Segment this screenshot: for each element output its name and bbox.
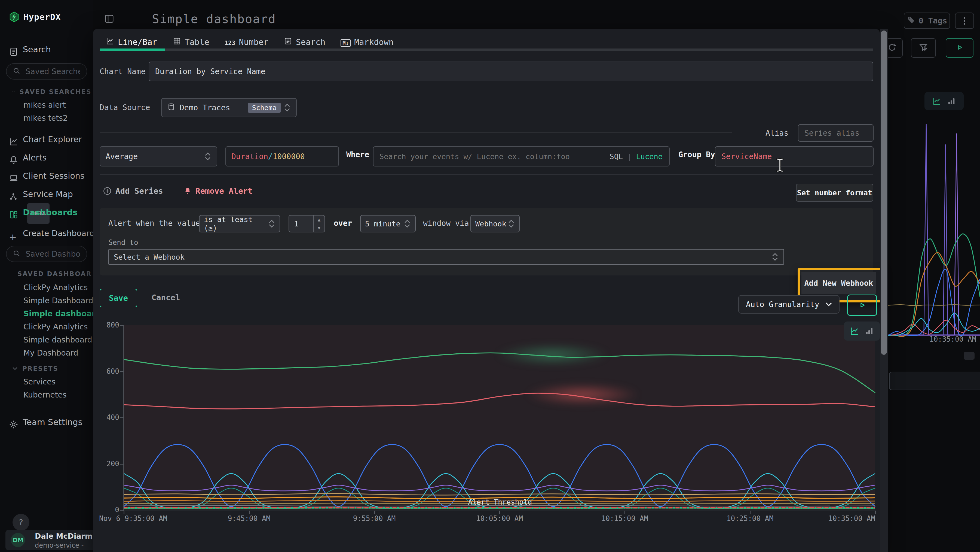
- saved-dashboard-my-dashboard[interactable]: My Dashboard: [24, 346, 101, 360]
- saved-dashboard-simple-dashboard[interactable]: Simple dashboard: [24, 307, 101, 321]
- alias-input[interactable]: [798, 124, 873, 142]
- where-label: Where: [346, 150, 369, 159]
- active-tab-underline: [100, 48, 165, 51]
- chevron-down-icon: [13, 367, 18, 370]
- alert-window-select[interactable]: 5 minute: [360, 215, 416, 232]
- y-tick-mark: [120, 510, 124, 511]
- sidebar-item-service-map[interactable]: Service MapBETA: [0, 185, 93, 203]
- run-query-button-background[interactable]: [946, 38, 974, 58]
- number-token: 1000000: [273, 152, 305, 161]
- x-tick-label: 9:55:00 AM: [353, 514, 396, 523]
- play-icon: [955, 43, 964, 53]
- saved-dashboards-input[interactable]: [25, 249, 81, 259]
- tab-table[interactable]: Table: [173, 37, 209, 48]
- saved-dashboard-simple-dashboard[interactable]: Simple dashboard: [24, 333, 101, 346]
- x-tick-label: 9:45:00 AM: [228, 514, 270, 523]
- sidebar-item-label: Service Map: [23, 189, 73, 199]
- sidebar-nav: Chart ExplorerAlertsClient SessionsServi…: [0, 130, 93, 222]
- refresh-icon: [888, 43, 897, 53]
- sidebar: HyperDX Search SAVED SEARCHES mikes aler…: [0, 0, 93, 552]
- saved-searches-header[interactable]: SAVED SEARCHES: [13, 88, 91, 95]
- chart-name-input[interactable]: [149, 62, 873, 81]
- magnifier-icon: [13, 249, 21, 258]
- aggregation-select[interactable]: Average: [100, 146, 217, 166]
- data-source-select[interactable]: Demo Traces Schema: [161, 98, 297, 117]
- tab-line-bar[interactable]: Line/Bar: [106, 37, 158, 48]
- presets-header[interactable]: PRESETS: [13, 365, 91, 372]
- alert-channel-select[interactable]: Webhook: [470, 215, 520, 232]
- alert-value-input[interactable]: ▲▼: [288, 215, 325, 232]
- help-button[interactable]: ?: [13, 514, 29, 531]
- saved-searches-input[interactable]: [25, 67, 81, 76]
- bar-chart-icon: [864, 326, 874, 336]
- tags-button[interactable]: 0 Tags: [904, 13, 950, 29]
- saved-searches-list: mikes alertmikes tets2: [24, 99, 68, 125]
- tab-markdown[interactable]: M↓Markdown: [340, 37, 393, 47]
- language-toggle[interactable]: SQL | Lucene: [609, 147, 663, 166]
- data-source-value: Demo Traces: [180, 103, 230, 112]
- sql-option[interactable]: SQL: [609, 152, 623, 161]
- filter-icon: [918, 43, 928, 53]
- remove-alert-button[interactable]: Remove Alert: [183, 187, 253, 196]
- filter-edit-button[interactable]: [911, 38, 936, 58]
- series-purple-spike-b: [888, 145, 980, 335]
- modal-scrollbar-thumb[interactable]: [881, 30, 887, 355]
- tab-number[interactable]: 123Number: [224, 37, 269, 47]
- more-options-button[interactable]: ⋮: [955, 13, 974, 29]
- group-by-input[interactable]: [715, 146, 873, 166]
- kebab-icon: ⋮: [960, 16, 969, 26]
- chart-type-toggle[interactable]: [844, 322, 880, 341]
- where-input[interactable]: [374, 147, 598, 166]
- webhook-select[interactable]: Select a Webhook: [108, 249, 784, 265]
- number-spinner[interactable]: ▲▼: [313, 215, 325, 232]
- tag-icon: [907, 16, 915, 26]
- cancel-button[interactable]: Cancel: [148, 289, 183, 306]
- brand[interactable]: HyperDX: [9, 11, 61, 22]
- saved-dashboard-clickpy-analytics[interactable]: ClickPy Analytics: [24, 281, 101, 294]
- tab-label: Number: [239, 37, 269, 47]
- sidebar-item-dashboards[interactable]: Dashboards: [0, 203, 93, 222]
- updown-chevron-icon: [204, 151, 211, 162]
- line-chart-icon: [850, 326, 860, 336]
- saved-dashboard-simple-dashboard[interactable]: Simple Dashboard: [24, 294, 101, 307]
- sidebar-item-chart-explorer[interactable]: Chart Explorer: [0, 130, 93, 148]
- updown-chevron-icon: [284, 102, 291, 113]
- set-number-format-button[interactable]: Set number format: [796, 183, 873, 202]
- sidebar-item-client-sessions[interactable]: Client Sessions: [0, 167, 93, 185]
- field-expression-input[interactable]: Duration/1000000: [225, 146, 339, 166]
- tab-search[interactable]: Search: [284, 37, 325, 48]
- preset-services[interactable]: Services: [24, 375, 67, 389]
- background-search-box[interactable]: [889, 372, 980, 390]
- search-icon: [284, 37, 293, 48]
- collapse-sidebar-icon[interactable]: [104, 14, 115, 24]
- saved-dashboards-header[interactable]: SAVED DASHBOARDS: [13, 270, 91, 278]
- granularity-select[interactable]: Auto Granularity: [738, 295, 840, 314]
- text-cursor: [775, 158, 784, 173]
- where-search-input[interactable]: SQL | Lucene: [373, 146, 670, 166]
- brand-name: HyperDX: [24, 12, 61, 22]
- background-chart-type-toggle[interactable]: [924, 92, 964, 110]
- run-chart-button[interactable]: [847, 295, 877, 316]
- bell-icon: [9, 153, 19, 163]
- play-icon: [858, 300, 867, 310]
- divider: [100, 93, 873, 93]
- background-chart-fragment: [888, 115, 980, 336]
- saved-search-mikes-tets2[interactable]: mikes tets2: [24, 112, 68, 125]
- preset-kubernetes[interactable]: Kubernetes: [24, 389, 67, 402]
- saved-dashboard-clickpy-analytics[interactable]: ClickPy Analytics: [24, 321, 101, 333]
- edit-chart-modal: Line/BarTable123NumberSearchM↓Markdown C…: [93, 29, 880, 552]
- line-bar-icon: [106, 37, 115, 48]
- saved-dashboards-search[interactable]: [6, 246, 87, 262]
- saved-searches-search[interactable]: [6, 63, 87, 80]
- x-tick-label: Nov 6 9:35:00 AM: [99, 514, 167, 523]
- schema-badge: Schema: [248, 103, 281, 113]
- saved-search-mikes-alert[interactable]: mikes alert: [24, 99, 68, 112]
- add-series-button[interactable]: Add Series: [103, 187, 163, 196]
- save-button[interactable]: Save: [100, 289, 137, 307]
- sidebar-item-alerts[interactable]: Alerts: [0, 148, 93, 167]
- x-tick-label: 10:25:00 AM: [727, 514, 773, 523]
- add-new-webhook-button[interactable]: Add New Webhook: [802, 272, 876, 294]
- lucene-option[interactable]: Lucene: [636, 152, 663, 161]
- user-org: demo-service -: [35, 542, 84, 549]
- alert-condition-select[interactable]: is at least (≥): [199, 215, 280, 232]
